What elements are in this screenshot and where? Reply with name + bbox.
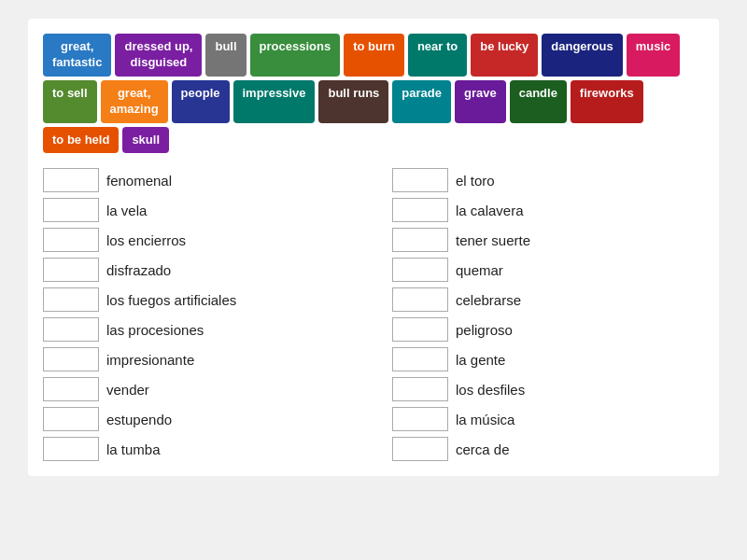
match-row-right: el toro (392, 168, 704, 192)
chip-impressive[interactable]: impressive (233, 80, 316, 123)
match-row-left: las procesiones (43, 317, 355, 342)
match-label-left: fenomenal (106, 173, 172, 189)
match-row-right: la música (392, 407, 704, 431)
answer-box-right[interactable] (392, 347, 448, 371)
match-row-right: la calavera (392, 198, 704, 222)
chip-great-amazing[interactable]: great, amazing (101, 80, 168, 123)
chip-to-sell[interactable]: to sell (43, 80, 97, 123)
match-label-right: tener suerte (456, 232, 530, 248)
chip-music[interactable]: music (627, 34, 681, 77)
answer-box-left[interactable] (43, 228, 99, 252)
match-label-right: el toro (456, 173, 495, 189)
match-row-right: la gente (392, 347, 704, 371)
answer-box-right[interactable] (392, 287, 448, 312)
chip-processions[interactable]: processions (250, 34, 341, 77)
match-label-right: cerca de (456, 441, 510, 457)
match-label-right: la gente (456, 352, 505, 368)
match-label-left: disfrazado (106, 262, 171, 278)
answer-box-right[interactable] (392, 258, 448, 282)
match-label-left: la tumba (106, 441, 161, 457)
answer-box-right[interactable] (392, 317, 448, 342)
match-label-left: impresionante (106, 352, 194, 368)
match-label-right: peligroso (456, 322, 513, 338)
chip-bull[interactable]: bull (205, 34, 246, 77)
chip-people[interactable]: people (172, 80, 230, 123)
answer-box-left[interactable] (43, 168, 99, 192)
answer-box-left[interactable] (43, 258, 99, 282)
match-label-right: la calavera (456, 203, 524, 218)
chip-parade[interactable]: parade (392, 80, 451, 123)
match-row-right: quemar (392, 258, 704, 282)
answer-box-right[interactable] (392, 437, 448, 461)
match-label-left: vender (106, 382, 149, 398)
match-label-right: quemar (456, 262, 503, 278)
answer-box-left[interactable] (43, 437, 99, 461)
chip-to-burn[interactable]: to burn (344, 34, 404, 77)
match-row-right: cerca de (392, 437, 704, 461)
chip-be-lucky[interactable]: be lucky (471, 34, 538, 77)
chip-near-to[interactable]: near to (408, 34, 467, 77)
match-row-left: fenomenal (43, 168, 355, 192)
match-label-left: las procesiones (106, 322, 204, 338)
answer-box-right[interactable] (392, 168, 448, 192)
chip-great-fantastic[interactable]: great, fantastic (43, 34, 111, 77)
match-row-left: los encierros (43, 228, 355, 252)
match-row-left: disfrazado (43, 258, 355, 282)
match-label-left: estupendo (106, 412, 172, 427)
match-label-left: la vela (106, 203, 147, 218)
match-row-left: la vela (43, 198, 355, 222)
answer-box-right[interactable] (392, 407, 448, 431)
chip-dangerous[interactable]: dangerous (542, 34, 622, 77)
match-row-left: vender (43, 377, 355, 401)
match-row-left: los fuegos artificiales (43, 287, 355, 312)
match-row-left: estupendo (43, 407, 355, 431)
match-row-right: celebrarse (392, 287, 704, 312)
match-label-right: la música (456, 412, 514, 427)
match-label-left: los encierros (106, 232, 186, 248)
match-label-right: celebrarse (456, 292, 521, 308)
answer-box-left[interactable] (43, 377, 99, 401)
chip-dressed-up[interactable]: dressed up, disguised (115, 34, 202, 77)
chip-grave[interactable]: grave (455, 80, 506, 123)
match-row-left: la tumba (43, 437, 355, 461)
match-row-right: los desfiles (392, 377, 704, 401)
match-label-right: los desfiles (456, 382, 525, 398)
match-row-right: tener suerte (392, 228, 704, 252)
chip-to-be-held[interactable]: to be held (43, 127, 119, 154)
chip-fireworks[interactable]: fireworks (571, 80, 643, 123)
answer-box-left[interactable] (43, 407, 99, 431)
chip-bull-runs[interactable]: bull runs (318, 80, 388, 123)
answer-box-left[interactable] (43, 287, 99, 312)
answer-box-left[interactable] (43, 198, 99, 222)
answer-box-right[interactable] (392, 198, 448, 222)
answer-box-right[interactable] (392, 377, 448, 401)
match-label-left: los fuegos artificiales (106, 292, 236, 308)
answer-box-right[interactable] (392, 228, 448, 252)
match-row-right: peligroso (392, 317, 704, 342)
answer-box-left[interactable] (43, 317, 99, 342)
match-row-left: impresionante (43, 347, 355, 371)
word-bank: great, fantasticdressed up, disguisedbul… (43, 34, 704, 153)
match-area: fenomenalel torola velala calaveralos en… (43, 168, 704, 461)
chip-candle[interactable]: candle (510, 80, 567, 123)
main-container: great, fantasticdressed up, disguisedbul… (28, 19, 719, 476)
chip-skull[interactable]: skull (122, 127, 169, 154)
answer-box-left[interactable] (43, 347, 99, 371)
